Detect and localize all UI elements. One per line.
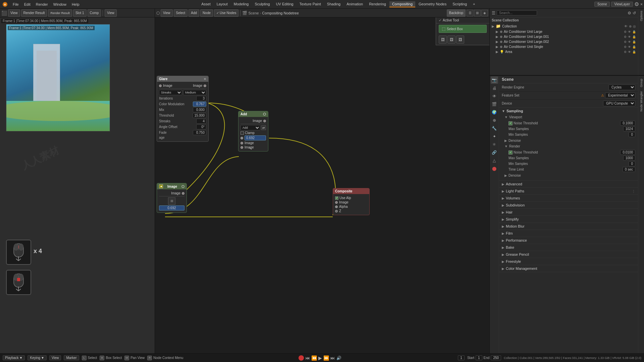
props-icon-modifier[interactable]: 🔧 bbox=[491, 125, 498, 132]
props-tab-group[interactable]: Group bbox=[639, 76, 644, 89]
sampling-header[interactable]: ▼ Sampling bbox=[499, 108, 638, 114]
image-menu[interactable]: Render Result bbox=[21, 9, 47, 17]
performance-header[interactable]: ▶ Performance bbox=[499, 237, 638, 244]
props-icon-object[interactable]: ⊕ bbox=[491, 117, 498, 124]
timeline-end-btn[interactable]: ⏭ bbox=[330, 355, 335, 361]
feature-set-select[interactable]: Experimental bbox=[605, 93, 635, 98]
add-node[interactable]: Add ⬡ Image Add ⇄ Clamp bbox=[238, 111, 268, 152]
props-icon-scene[interactable]: 🎬 bbox=[491, 101, 498, 108]
timeline-play-btn[interactable]: ▶ bbox=[318, 355, 322, 361]
timeline-start-btn[interactable]: ⏮ bbox=[305, 355, 310, 361]
render-noise-check[interactable]: ✓ bbox=[508, 150, 513, 155]
collection-item-collection[interactable]: ▶ 📁 Collection 👁 ⊕ ◎ bbox=[490, 23, 638, 29]
editor-type-icon[interactable]: ⬡ bbox=[156, 11, 160, 15]
render-result-selector[interactable]: Render Result bbox=[48, 9, 72, 17]
viewport-noise-check[interactable]: ✓ bbox=[508, 121, 513, 125]
glare-quality-select[interactable]: Medium bbox=[183, 90, 206, 95]
simplify-header[interactable]: ▶ Simplify bbox=[499, 216, 638, 223]
props-icon-material[interactable]: ⬤ bbox=[491, 165, 498, 172]
viewport-area[interactable]: RRCG 人人素材 RRCG 人人素材 Frame:1 |Time:07:34.… bbox=[0, 17, 155, 362]
tab-shading[interactable]: Shading bbox=[324, 1, 343, 7]
menu-file[interactable]: File bbox=[10, 2, 21, 7]
comp-btn[interactable]: Comp bbox=[88, 9, 101, 17]
breadcrumb-nodetree[interactable]: Compositing Nodetree bbox=[262, 11, 299, 15]
node-view-menu[interactable]: View bbox=[161, 9, 173, 17]
denoise1-header[interactable]: ▶ Denoise bbox=[504, 138, 635, 143]
playback-btn[interactable]: Playback ▼ bbox=[3, 355, 25, 360]
motion-blur-header[interactable]: ▶ Motion Blur bbox=[499, 223, 638, 230]
add-swap-icon[interactable]: ⇄ bbox=[261, 125, 266, 130]
toolbar-icon-1[interactable]: ☰ bbox=[467, 10, 473, 16]
tab-sculpting[interactable]: Sculpting bbox=[252, 1, 272, 7]
tab-asset[interactable]: Asset bbox=[199, 1, 213, 7]
collection-item-ac-large-001[interactable]: ▶ ⊕ Air Conditioner Unit Large.001 ⚙ 👁 🔒 bbox=[490, 34, 638, 39]
tab-rendering[interactable]: Rendering bbox=[366, 1, 389, 7]
tab-modeling[interactable]: Modeling bbox=[231, 1, 252, 7]
props-icon-output[interactable]: 🖨 bbox=[491, 84, 498, 92]
color-management-header[interactable]: ▶ Color Management bbox=[499, 265, 638, 272]
props-icon-constraints[interactable]: 🔗 bbox=[491, 149, 498, 156]
menu-help[interactable]: Help bbox=[69, 2, 82, 7]
view-layer-selector[interactable]: ViewLayer bbox=[611, 2, 633, 7]
tool-icon-2[interactable]: 🖼 bbox=[447, 36, 455, 44]
use-nodes-checkbox[interactable]: ✓ Use Nodes bbox=[214, 9, 238, 17]
composite-node[interactable]: Composite ✓ Use Alp Image Alpha Z bbox=[333, 188, 370, 215]
add-type-select[interactable]: Add bbox=[240, 125, 260, 130]
editor-type-btn[interactable]: ⬛ bbox=[1, 10, 7, 16]
outliner-filter-icon[interactable]: ⚙ bbox=[628, 11, 631, 15]
marker-btn[interactable]: Marker bbox=[64, 355, 79, 360]
collection-item-area[interactable]: ▶ 💡 Area ⚙ 👁 🔒 bbox=[490, 49, 638, 54]
clamp-check[interactable] bbox=[240, 131, 244, 135]
add-workspace-icon[interactable]: + bbox=[470, 1, 478, 7]
tab-animation[interactable]: Animation bbox=[344, 1, 366, 7]
timeline-record-btn[interactable] bbox=[299, 355, 304, 361]
bake-header[interactable]: ▶ Bake bbox=[499, 244, 638, 251]
menu-edit[interactable]: Edit bbox=[21, 2, 33, 7]
outliner-type-icon[interactable]: ☰ bbox=[492, 11, 495, 15]
view-btn[interactable]: View bbox=[105, 9, 117, 17]
color-mod-value[interactable]: 0.767 bbox=[193, 102, 206, 107]
timeline-prev-btn[interactable]: ⏪ bbox=[311, 355, 317, 361]
glare-type-select[interactable]: Streaks bbox=[159, 90, 182, 95]
image-node[interactable]: ★ Image ⬡ Image 🖼 0.692 bbox=[157, 183, 187, 213]
props-icon-render[interactable]: 📷 bbox=[491, 76, 498, 84]
render-engine-select[interactable]: Cycles bbox=[608, 84, 635, 90]
hair-header[interactable]: ▶ Hair bbox=[499, 209, 638, 216]
keying-btn[interactable]: Keying ▼ bbox=[28, 355, 46, 360]
props-tab-node-editor[interactable]: Node Wrangler bbox=[639, 89, 644, 113]
view-menu[interactable]: View bbox=[8, 9, 20, 17]
props-icon-world[interactable]: 🌍 bbox=[491, 109, 498, 116]
menu-window[interactable]: Window bbox=[51, 2, 69, 7]
collection-item-ac-large[interactable]: ▶ ⊕ Air Conditioner Unit Large ⚙ 👁 🔒 bbox=[490, 29, 638, 34]
freestyle-header[interactable]: ▶ Freestyle bbox=[499, 258, 638, 265]
toolbar-icon-2[interactable]: ⊞ bbox=[474, 10, 481, 16]
collection-item-ac-large-002[interactable]: ▶ ⊕ Air Conditioner Unit Large.002 ⚙ 👁 🔒 bbox=[490, 39, 638, 44]
outliner-search[interactable] bbox=[497, 10, 537, 15]
props-icon-particles[interactable]: ✦ bbox=[491, 133, 498, 140]
tab-scripting[interactable]: Scripting bbox=[450, 1, 470, 7]
select-box-btn[interactable]: ⬚ Select Box bbox=[439, 25, 487, 33]
subdivision-header[interactable]: ▶ Subdivision bbox=[499, 202, 638, 208]
props-icon-data[interactable]: △ bbox=[491, 157, 498, 164]
volumes-header[interactable]: ▶ Volumes bbox=[499, 195, 638, 201]
device-select[interactable]: GPU Compute bbox=[603, 101, 635, 106]
tab-geometry-nodes[interactable]: Geometry Nodes bbox=[416, 1, 449, 7]
grease-pencil-header[interactable]: ▶ Grease Pencil bbox=[499, 251, 638, 258]
backdrop-btn[interactable]: Backdrop bbox=[447, 9, 466, 17]
node-select-menu[interactable]: Select bbox=[174, 9, 188, 17]
window-close-icon[interactable]: × bbox=[640, 2, 643, 7]
node-node-menu[interactable]: Node bbox=[200, 9, 213, 17]
slot-selector[interactable]: Slot 1 bbox=[73, 9, 87, 17]
timeline-next-btn[interactable]: ⏩ bbox=[323, 355, 329, 361]
toolbar-icon-3[interactable]: ◈ bbox=[481, 10, 488, 16]
denoise2-header[interactable]: ▶ Denoise bbox=[504, 173, 635, 178]
outliner-side-tab-options[interactable]: Options bbox=[639, 9, 644, 22]
outliner-sync-icon[interactable]: ↺ bbox=[633, 11, 636, 15]
film-header[interactable]: ▶ Film bbox=[499, 230, 638, 237]
render-subsection-header[interactable]: ▼ Render bbox=[504, 143, 635, 149]
tab-compositing[interactable]: Compositing bbox=[389, 1, 415, 7]
glare-node[interactable]: Glare ✕ Image Image Streaks Medi bbox=[157, 76, 209, 142]
collection-item-ac-single[interactable]: ▶ ⊕ Air Conditioner Unit Single ⚙ 👁 🔒 bbox=[490, 44, 638, 49]
viewport-subsection-header[interactable]: ▼ Viewport bbox=[504, 114, 635, 120]
tool-icon-3[interactable]: 🖼 bbox=[456, 36, 464, 44]
